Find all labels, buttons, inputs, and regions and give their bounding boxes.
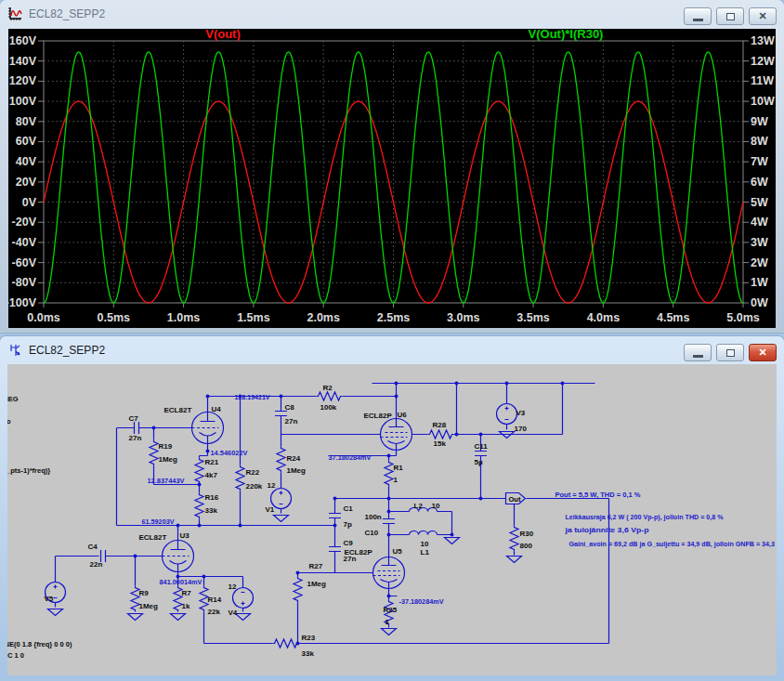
minimize-button[interactable] bbox=[684, 344, 712, 361]
svg-text:100n: 100n bbox=[365, 513, 382, 521]
svg-text:V5: V5 bbox=[45, 595, 54, 603]
restore-icon bbox=[726, 13, 735, 20]
svg-text:2.0ms: 2.0ms bbox=[307, 311, 339, 324]
svg-text:ja tulojännite 3,6 Vp-p: ja tulojännite 3,6 Vp-p bbox=[564, 526, 649, 534]
schematic-window-title: ECL82_SEPP2 bbox=[29, 344, 105, 357]
svg-text:5W: 5W bbox=[751, 196, 768, 209]
svg-text:C10: C10 bbox=[365, 529, 379, 537]
minimize-button[interactable] bbox=[684, 7, 712, 25]
svg-text:R2: R2 bbox=[323, 384, 333, 392]
svg-text:10W: 10W bbox=[751, 95, 775, 108]
svg-text:U4: U4 bbox=[212, 405, 222, 413]
svg-text:37.180284mV: 37.180284mV bbox=[329, 453, 372, 462]
svg-text:1W: 1W bbox=[751, 276, 768, 289]
svg-text:1Meg: 1Meg bbox=[287, 466, 307, 475]
close-icon: ✕ bbox=[758, 11, 766, 21]
svg-text:9W: 9W bbox=[751, 115, 768, 128]
svg-text:R30: R30 bbox=[520, 530, 534, 538]
svg-text:-60V: -60V bbox=[12, 256, 37, 269]
schematic-graphics: C727nR191MegECL82TU4R214k7R1633kR22220k1… bbox=[7, 382, 777, 660]
svg-text:7p: 7p bbox=[344, 520, 352, 529]
svg-text:C9: C9 bbox=[344, 539, 354, 547]
svg-text:13W: 13W bbox=[751, 34, 775, 47]
svg-text:4.5ms: 4.5ms bbox=[657, 311, 689, 324]
svg-text:-20V: -20V bbox=[12, 216, 37, 229]
svg-text:AC 1 0: AC 1 0 bbox=[7, 651, 24, 660]
svg-text:R7: R7 bbox=[182, 589, 192, 597]
svg-text:4k7: 4k7 bbox=[205, 471, 218, 479]
svg-text:R14: R14 bbox=[208, 596, 222, 604]
svg-text:R1: R1 bbox=[394, 464, 404, 472]
svg-text:0W: 0W bbox=[751, 296, 768, 309]
svg-text:V4: V4 bbox=[229, 609, 238, 617]
svg-text:10: 10 bbox=[432, 502, 440, 510]
svg-text:841.00014mV: 841.00014mV bbox=[160, 578, 203, 586]
close-icon: ✕ bbox=[758, 347, 766, 358]
plot-canvas[interactable]: 160V13W140V12W120V11W100V10W80V9W60V8W40… bbox=[8, 29, 776, 328]
svg-text:ECL82T: ECL82T bbox=[164, 406, 192, 414]
waveform-icon bbox=[7, 7, 22, 21]
schematic-canvas[interactable]: C727nR191MegECL82TU4R214k7R1633kR22220k1… bbox=[7, 364, 777, 675]
svg-text:R9: R9 bbox=[139, 589, 150, 597]
svg-text:14.546022V: 14.546022V bbox=[211, 449, 249, 457]
svg-text:L1: L1 bbox=[421, 548, 430, 557]
svg-text:1: 1 bbox=[394, 476, 399, 484]
svg-text:11W: 11W bbox=[751, 74, 774, 87]
svg-text:U3: U3 bbox=[180, 531, 190, 540]
svg-text:MEG: MEG bbox=[7, 395, 19, 403]
schematic-window: ECL82_SEPP2 ✕ bbox=[0, 336, 784, 681]
svg-text:L2: L2 bbox=[414, 502, 424, 510]
svg-text:C1: C1 bbox=[344, 504, 354, 513]
svg-text:R24: R24 bbox=[287, 454, 301, 463]
svg-text:800: 800 bbox=[520, 542, 533, 550]
restore-button[interactable] bbox=[716, 344, 744, 361]
svg-text:12.837443V: 12.837443V bbox=[148, 477, 186, 485]
svg-text:R28: R28 bbox=[433, 421, 447, 429]
svg-text:U6: U6 bbox=[398, 411, 408, 419]
svg-text:R23: R23 bbox=[302, 634, 316, 642]
waveform-plot: 160V13W140V12W120V11W100V10W80V9W60V8W40… bbox=[8, 29, 776, 328]
svg-text:100V: 100V bbox=[9, 95, 37, 108]
svg-text:R22: R22 bbox=[246, 468, 260, 477]
svg-text:2.5ms: 2.5ms bbox=[377, 311, 410, 324]
svg-text:140V: 140V bbox=[9, 55, 37, 68]
svg-text:170: 170 bbox=[515, 425, 528, 433]
schematic-titlebar[interactable]: ECL82_SEPP2 ✕ bbox=[0, 336, 784, 364]
svg-text:-80V: -80V bbox=[12, 276, 37, 289]
svg-text:5µ: 5µ bbox=[475, 458, 483, 466]
minimize-icon bbox=[693, 19, 703, 21]
svg-text:27n: 27n bbox=[344, 555, 357, 563]
svg-text:3W: 3W bbox=[751, 236, 768, 249]
circuit-schematic: C727nR191MegECL82TU4R214k7R1633kR22220k1… bbox=[7, 364, 777, 675]
svg-text:15k: 15k bbox=[434, 439, 447, 448]
svg-text:R27: R27 bbox=[309, 562, 323, 570]
svg-text:128.19421V: 128.19421V bbox=[235, 393, 271, 401]
svg-text:80V: 80V bbox=[16, 115, 37, 128]
svg-text:0.5ms: 0.5ms bbox=[98, 311, 130, 324]
restore-button[interactable] bbox=[716, 7, 744, 25]
plot-titlebar[interactable]: ECL82_SEPP2 ✕ bbox=[0, 0, 784, 28]
svg-text:R19: R19 bbox=[159, 442, 173, 451]
svg-text:20V: 20V bbox=[16, 176, 37, 189]
svg-text:12: 12 bbox=[229, 583, 237, 591]
svg-text:-37.180284mV: -37.180284mV bbox=[399, 597, 445, 606]
svg-text:no: no bbox=[7, 417, 11, 426]
svg-text:R16: R16 bbox=[205, 493, 219, 502]
svg-text:27n: 27n bbox=[285, 417, 298, 426]
svg-text:3.5ms: 3.5ms bbox=[516, 311, 549, 324]
plot-window-title: ECL82_SEPP2 bbox=[29, 7, 105, 20]
svg-text:1: 1 bbox=[385, 618, 390, 626]
svg-text:1Meg: 1Meg bbox=[159, 455, 178, 464]
svg-text:100k: 100k bbox=[320, 403, 337, 412]
svg-text:-100V: -100V bbox=[8, 296, 37, 309]
svg-text:R21: R21 bbox=[205, 458, 219, 466]
svg-text:8W: 8W bbox=[751, 135, 768, 148]
svg-text:fl_pts-1)*freq)}: fl_pts-1)*freq)} bbox=[7, 466, 50, 475]
svg-text:10: 10 bbox=[421, 540, 429, 548]
svg-text:4.0ms: 4.0ms bbox=[587, 311, 620, 324]
svg-text:3.0ms: 3.0ms bbox=[447, 311, 479, 324]
svg-text:INE(0 1.8 {freq} 0 0 0): INE(0 1.8 {freq} 0 0 0) bbox=[7, 640, 72, 648]
close-button[interactable]: ✕ bbox=[749, 344, 777, 361]
close-button[interactable]: ✕ bbox=[749, 7, 777, 25]
svg-text:V(Out)*I(R30): V(Out)*I(R30) bbox=[529, 29, 604, 41]
